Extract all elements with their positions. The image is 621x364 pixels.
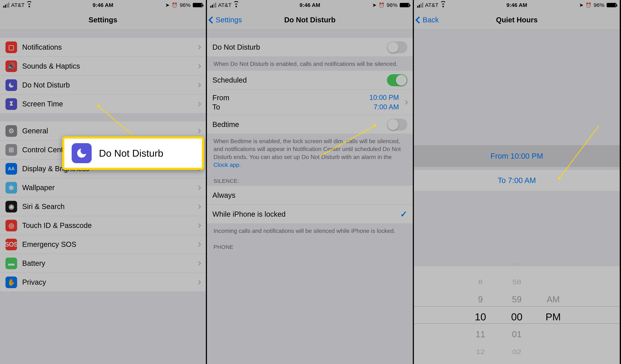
quiet-hours-to-row[interactable]: To 7:00 AM: [414, 170, 620, 191]
chevron-right-icon: [196, 64, 201, 69]
chevron-right-icon: [196, 129, 201, 133]
footer-text: When Do Not Disturb is enabled, calls an…: [207, 57, 413, 71]
screen-settings: AT&T 9:46 AM ➤ ⏰ 96% Settings ▢ Notifica…: [0, 0, 207, 364]
screen-dnd: AT&T 9:46 AM ➤ ⏰ 96% Settings Do Not Dis…: [207, 0, 414, 364]
alarm-icon: ⏰: [172, 2, 177, 8]
row-bedtime[interactable]: Bedtime: [207, 115, 413, 134]
row-label: General: [22, 127, 195, 135]
signal-icon: [3, 2, 9, 8]
from-time-value: 10:00 PM: [369, 93, 399, 102]
carrier-label: AT&T: [11, 2, 25, 8]
battery-icon: [607, 3, 617, 7]
row-dnd-toggle[interactable]: Do Not Disturb: [207, 38, 413, 57]
row-label: Bedtime: [212, 121, 387, 129]
signal-icon: [210, 2, 216, 8]
row-battery[interactable]: ▬ Battery: [0, 254, 206, 273]
to-label: To: [212, 103, 369, 111]
location-icon: ➤: [372, 2, 376, 8]
section-header-silence: SILENCE:: [207, 172, 413, 186]
section-header-phone: PHONE: [207, 238, 413, 252]
status-bar: AT&T 9:46 AM ➤ ⏰ 96%: [414, 0, 620, 10]
picker-hours[interactable]: 7 8 9 10 11 12 1: [462, 256, 499, 364]
chevron-left-icon: [415, 16, 423, 24]
chevron-right-icon: [196, 102, 201, 106]
from-row-text: From 10:00 PM: [490, 152, 543, 160]
wifi-icon: [440, 3, 446, 7]
back-label: Settings: [216, 16, 242, 24]
chevron-left-icon: [208, 16, 216, 24]
scheduled-toggle[interactable]: [387, 74, 407, 86]
row-siri[interactable]: ◉ Siri & Search: [0, 197, 206, 216]
location-icon: ➤: [166, 2, 170, 8]
clock-time: 9:46 AM: [276, 2, 343, 8]
carrier-label: AT&T: [218, 2, 231, 8]
row-label: While iPhone is locked: [212, 210, 400, 218]
row-while-locked[interactable]: While iPhone is locked ✓: [207, 205, 413, 224]
to-row-text: To 7:00 AM: [498, 176, 536, 185]
row-touchid[interactable]: ◎ Touch ID & Passcode: [0, 216, 206, 235]
footer-text: When Bedtime is enabled, the lock screen…: [207, 134, 413, 172]
time-picker[interactable]: 7 8 9 10 11 12 1 57 58 59 00 01 02 03 AM…: [414, 266, 620, 364]
picker-ampm[interactable]: AM PM -: [535, 291, 571, 343]
battery-pct: 96%: [387, 2, 397, 8]
row-label: Privacy: [22, 278, 195, 286]
battery-icon: [193, 3, 203, 7]
row-scheduled[interactable]: Scheduled: [207, 71, 413, 90]
nav-bar: Settings Do Not Disturb: [207, 10, 413, 30]
clock-time: 9:46 AM: [70, 2, 136, 8]
row-label: Do Not Disturb: [22, 81, 195, 89]
dnd-toggle[interactable]: [387, 41, 407, 53]
row-screen-time[interactable]: Screen Time: [0, 95, 206, 114]
to-time-value: 7:00 AM: [369, 103, 399, 111]
row-label: Wallpaper: [22, 184, 195, 192]
alarm-icon: ⏰: [379, 2, 384, 8]
row-label: Screen Time: [22, 100, 195, 108]
fingerprint-icon: ◎: [5, 220, 17, 231]
chevron-right-icon: [196, 204, 201, 209]
row-emergency-sos[interactable]: SOS Emergency SOS: [0, 235, 206, 254]
back-label: Back: [423, 16, 439, 24]
nav-bar: Back Quiet Hours: [414, 10, 620, 30]
siri-icon: ◉: [5, 201, 17, 212]
row-label: Battery: [22, 259, 195, 267]
location-icon: ➤: [579, 2, 583, 8]
chevron-right-icon: [196, 45, 201, 50]
row-wallpaper[interactable]: ❀ Wallpaper: [0, 178, 206, 197]
signal-icon: [417, 2, 423, 8]
page-title: Settings: [0, 16, 206, 24]
footer-text: Incoming calls and notifications will be…: [207, 224, 413, 238]
battery-pct: 96%: [594, 2, 604, 8]
picker-minutes[interactable]: 57 58 59 00 01 02 03: [499, 256, 535, 364]
row-always[interactable]: Always: [207, 186, 413, 205]
back-button[interactable]: Settings: [209, 16, 242, 24]
chevron-right-icon: [196, 185, 201, 190]
notifications-icon: ▢: [5, 41, 17, 53]
row-label: Always: [212, 191, 407, 199]
clock-time: 9:46 AM: [483, 2, 550, 8]
back-button[interactable]: Back: [416, 16, 439, 24]
bedtime-toggle[interactable]: [387, 119, 407, 131]
quiet-hours-from-row[interactable]: From 10:00 PM: [414, 145, 620, 167]
control-center-icon: ⊞: [5, 144, 17, 156]
chevron-right-icon: [403, 100, 408, 104]
status-bar: AT&T 9:46 AM ➤ ⏰ 96%: [0, 0, 206, 10]
wifi-icon: [233, 3, 239, 7]
row-notifications[interactable]: ▢ Notifications: [0, 38, 206, 57]
alarm-icon: ⏰: [586, 2, 591, 8]
sounds-icon: 🔊: [5, 60, 17, 72]
chevron-right-icon: [196, 280, 201, 284]
row-label: Sounds & Haptics: [22, 62, 195, 70]
row-quiet-hours[interactable]: From To 10:00 PM 7:00 AM: [207, 90, 413, 115]
chevron-right-icon: [196, 83, 201, 87]
row-sounds[interactable]: 🔊 Sounds & Haptics: [0, 57, 206, 76]
from-label: From: [212, 94, 369, 102]
row-do-not-disturb[interactable]: Do Not Disturb: [0, 76, 206, 95]
row-label: Do Not Disturb: [212, 43, 387, 51]
nav-bar: Settings: [0, 10, 206, 30]
clock-app-link[interactable]: Clock app: [213, 161, 239, 168]
battery-row-icon: ▬: [5, 258, 17, 269]
row-label: Scheduled: [212, 76, 387, 84]
chevron-right-icon: [196, 223, 201, 228]
row-privacy[interactable]: ✋ Privacy: [0, 273, 206, 292]
moon-icon: [72, 143, 92, 163]
